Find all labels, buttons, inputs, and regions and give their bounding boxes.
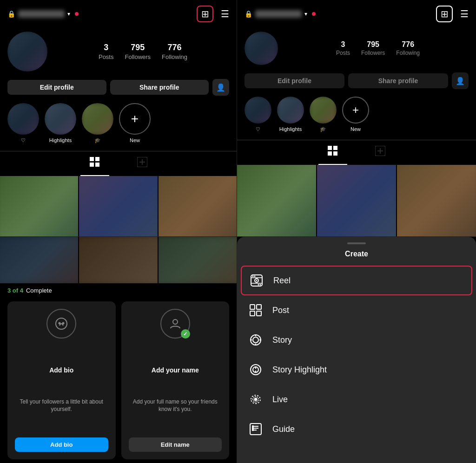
story-label-grad: 🎓 — [94, 137, 101, 143]
right-edit-profile-button[interactable]: Edit profile — [245, 73, 344, 88]
name-card-desc: Add your full name so your friends know … — [129, 398, 222, 414]
story-item-heart[interactable]: ♡ — [7, 103, 39, 143]
right-story-item-new[interactable]: + New — [342, 97, 369, 132]
add-person-button[interactable]: 👤 — [212, 79, 229, 96]
left-header: 🔒 ▾ ⊞ ☰ — [0, 0, 237, 28]
svg-point-36 — [255, 398, 257, 401]
following-stat[interactable]: 776 Following — [162, 43, 187, 60]
create-item-guide[interactable]: Guide — [237, 414, 476, 444]
svg-rect-3 — [95, 163, 99, 167]
svg-point-22 — [260, 284, 261, 286]
bio-card-desc: Tell your followers a little bit about y… — [15, 398, 108, 414]
story-icon — [248, 333, 263, 347]
add-bio-card: Add bio Tell your followers a little bit… — [7, 301, 116, 459]
right-header: 🔒 ▾ ⊞ ☰ — [237, 0, 476, 28]
right-profile-section: 3 Posts 795 Followers 776 Following — [237, 28, 476, 72]
svg-point-12 — [63, 323, 64, 324]
right-story-label-highlights: Highlights — [279, 126, 302, 132]
add-person-icon: 👤 — [216, 83, 225, 92]
following-count: 776 — [168, 43, 182, 52]
create-item-story[interactable]: Story — [237, 325, 476, 355]
menu-icon[interactable]: ☰ — [221, 8, 229, 20]
svg-rect-2 — [90, 163, 94, 167]
right-add-person-button[interactable]: 👤 — [452, 72, 469, 89]
right-tab-tagged[interactable] — [366, 140, 395, 165]
right-notification-dot — [312, 12, 316, 16]
right-tab-bar — [237, 140, 476, 165]
right-tab-grid[interactable] — [318, 140, 347, 165]
right-post-thumb-1[interactable] — [237, 165, 316, 237]
svg-point-11 — [59, 323, 60, 324]
profile-section: 3 Posts 795 Followers 776 Following — [0, 28, 237, 79]
right-story-item-grad[interactable]: 🎓 — [310, 97, 337, 132]
story-label-highlights: Highlights — [49, 137, 72, 143]
right-menu-icon[interactable]: ☰ — [460, 8, 469, 20]
create-item-post[interactable]: Post — [237, 295, 476, 325]
right-story-circle-heart — [245, 97, 271, 124]
right-following-count: 776 — [402, 40, 414, 49]
guide-icon — [248, 422, 263, 437]
right-stats-container: 3 Posts 795 Followers 776 Following — [287, 40, 469, 56]
tab-bar — [0, 151, 237, 176]
right-story-label-new: New — [350, 126, 361, 132]
right-story-circle-highlights — [277, 97, 304, 124]
following-label: Following — [162, 53, 187, 60]
right-avatar — [245, 32, 278, 65]
post-icon — [248, 303, 263, 318]
right-header-left: 🔒 ▾ — [245, 10, 316, 18]
create-menu-title: Create — [237, 248, 476, 266]
bio-icon — [46, 309, 76, 339]
story-item-new[interactable]: + New — [119, 103, 151, 143]
tab-tagged[interactable] — [128, 151, 157, 176]
tab-grid[interactable] — [80, 151, 109, 176]
name-icon: ✓ — [160, 309, 190, 339]
create-item-story-highlight[interactable]: Story Highlight — [237, 355, 476, 385]
create-label-live: Live — [272, 395, 288, 404]
right-following-stat[interactable]: 776 Following — [396, 40, 420, 56]
right-share-profile-button[interactable]: Share profile — [348, 73, 448, 88]
create-label-story: Story — [272, 335, 292, 345]
share-profile-button[interactable]: Share profile — [110, 80, 209, 95]
create-item-live[interactable]: Live — [237, 385, 476, 414]
svg-point-27 — [251, 335, 261, 345]
thumb-item-1 — [0, 237, 78, 283]
svg-point-20 — [254, 276, 256, 277]
right-story-item-highlights[interactable]: Highlights — [277, 97, 304, 132]
svg-rect-7 — [328, 151, 332, 156]
svg-rect-43 — [252, 429, 254, 431]
right-create-button[interactable]: ⊞ — [436, 6, 453, 22]
complete-label: Complete — [26, 287, 52, 294]
right-story-item-heart[interactable]: ♡ — [245, 97, 271, 132]
posts-stat[interactable]: 3 Posts — [99, 43, 114, 60]
post-thumb-3[interactable] — [159, 176, 237, 237]
post-thumb-1[interactable] — [0, 176, 78, 237]
right-posts-stat[interactable]: 3 Posts — [336, 40, 350, 56]
complete-count: 3 of 4 — [7, 287, 23, 294]
right-story-circle-grad — [310, 97, 337, 124]
story-highlight-icon — [248, 362, 263, 377]
create-button[interactable]: ⊞ — [197, 6, 213, 22]
right-username-blur — [255, 10, 302, 18]
add-bio-button[interactable]: Add bio — [15, 437, 108, 452]
story-item-highlights[interactable]: Highlights — [45, 103, 76, 143]
live-icon — [248, 392, 263, 407]
create-item-reel[interactable]: Reel — [241, 266, 472, 295]
right-following-label: Following — [396, 50, 420, 56]
edit-name-button[interactable]: Edit name — [129, 437, 222, 452]
posts-count: 3 — [104, 43, 108, 52]
right-story-circle-new: + — [342, 97, 369, 124]
story-item-grad[interactable]: 🎓 — [82, 103, 113, 143]
right-posts-count: 3 — [341, 40, 345, 49]
right-post-thumb-3[interactable] — [397, 165, 476, 237]
create-label-story-highlight: Story Highlight — [272, 365, 327, 375]
right-post-thumb-2[interactable] — [317, 165, 396, 237]
right-plus-square-icon: ⊞ — [441, 8, 449, 20]
create-label-reel: Reel — [273, 276, 291, 286]
svg-rect-37 — [250, 424, 261, 435]
right-followers-stat[interactable]: 795 Followers — [361, 40, 385, 56]
post-thumb-2[interactable] — [79, 176, 157, 237]
edit-profile-button[interactable]: Edit profile — [7, 80, 106, 95]
right-header-right: ⊞ ☰ — [436, 6, 469, 22]
followers-stat[interactable]: 795 Followers — [125, 43, 151, 60]
chevron-down-icon: ▾ — [67, 11, 70, 17]
